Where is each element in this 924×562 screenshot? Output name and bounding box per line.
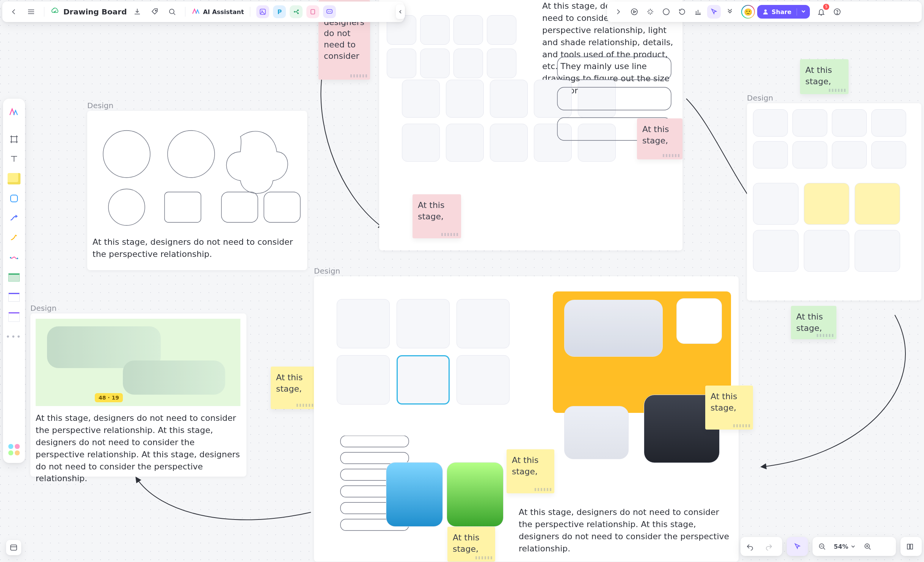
svg-point-3 (103, 131, 150, 178)
svg-point-5 (108, 189, 145, 225)
map-toggle-button[interactable] (900, 542, 919, 551)
notification-badge: 5 (823, 4, 829, 10)
chip-mindmap[interactable] (290, 5, 303, 18)
svg-rect-7 (221, 192, 258, 222)
cloud-sync-icon (50, 7, 60, 17)
text-block-tool[interactable] (6, 289, 22, 305)
present-button[interactable] (628, 5, 641, 19)
notifications-button[interactable]: 5 (814, 5, 828, 19)
sticky-note-yellow-bottom[interactable]: At this stage, (447, 527, 495, 562)
back-button[interactable] (7, 5, 20, 19)
apps-button[interactable] (6, 442, 22, 458)
zoom-value: 54% (834, 543, 848, 550)
sticky-note-yellow-right[interactable]: At this stage, (705, 386, 753, 430)
zoom-out-button[interactable] (813, 543, 831, 550)
sticky-note-pink-right[interactable]: At this stage, (637, 118, 682, 159)
help-button[interactable] (830, 5, 844, 19)
board-title[interactable]: Drawing Board (63, 7, 127, 16)
sticky-note-yellow-center[interactable]: At this stage, (507, 449, 554, 493)
left-toolbar: ••• (3, 99, 25, 463)
table-tool[interactable] (6, 269, 22, 285)
frame-design-2[interactable]: Design 48 · 19 At this stage, designers … (30, 313, 246, 477)
next-button[interactable] (612, 5, 625, 19)
ai-assistant-label: AI Assistant (203, 8, 244, 16)
frame-1-caption: At this stage, designers do not need to … (93, 236, 302, 260)
frame-4-label: Design (747, 93, 773, 102)
frame-2-caption: At this stage, designers do not need to … (36, 412, 241, 485)
redo-button[interactable] (759, 542, 778, 551)
connector-tool[interactable] (6, 210, 22, 226)
sparkle-button[interactable] (643, 5, 657, 19)
svg-point-18 (155, 10, 157, 11)
frame-2-label: Design (30, 304, 56, 313)
search-button[interactable] (165, 5, 179, 19)
svg-rect-26 (327, 9, 332, 13)
tag-badge: 48 · 19 (95, 393, 123, 402)
chart-button[interactable] (691, 5, 705, 19)
svg-rect-0 (557, 57, 671, 80)
svg-rect-31 (11, 195, 17, 202)
share-more-button[interactable] (797, 8, 810, 16)
sticky-note-green-2[interactable]: At this stage, (791, 306, 836, 339)
menu-button[interactable] (24, 5, 38, 19)
frame-design-3[interactable]: Design (314, 276, 739, 562)
svg-point-4 (168, 131, 215, 178)
chip-chat[interactable] (323, 5, 336, 18)
svg-rect-11 (36, 319, 240, 406)
cursor-mode-button[interactable] (787, 537, 808, 556)
download-button[interactable] (130, 5, 144, 19)
bottom-right-controls: 54% (740, 537, 922, 556)
svg-rect-6 (165, 192, 201, 222)
sticky-note-green-1[interactable]: At this stage, (800, 59, 849, 94)
sticky-tool[interactable] (6, 171, 22, 187)
svg-point-30 (837, 13, 838, 14)
svg-point-22 (294, 11, 295, 13)
ai-assistant-button[interactable]: AI Assistant (191, 8, 244, 16)
collapse-left-icon[interactable] (396, 5, 405, 19)
zoom-in-button[interactable] (858, 543, 877, 550)
pen-tool[interactable] (6, 230, 22, 246)
svg-rect-25 (311, 9, 315, 14)
circle-button[interactable] (659, 5, 673, 19)
undo-button[interactable] (740, 542, 759, 551)
avatar[interactable]: 🙂 (741, 5, 755, 19)
top-right-toolbar: 🙂 Share 5 (607, 2, 922, 22)
more-tools[interactable]: ••• (6, 329, 22, 345)
tag-button[interactable] (148, 5, 162, 19)
svg-rect-8 (264, 192, 300, 222)
draw-tool[interactable] (6, 250, 22, 266)
frame-3-caption: At this stage, designers do not need to … (519, 506, 731, 555)
frame-design-1[interactable]: Design At this stage, designers do not n… (87, 111, 307, 270)
frame-design-4[interactable]: Design (747, 103, 921, 301)
frame-1-label: Design (87, 101, 113, 110)
frame-3-label: Design (314, 266, 340, 275)
history-button[interactable] (675, 5, 689, 19)
svg-rect-1 (557, 87, 671, 110)
share-button[interactable]: Share (757, 5, 810, 19)
list-tool[interactable] (6, 309, 22, 325)
sticky-note-pink-left[interactable]: At this stage, (413, 194, 461, 238)
chip-image[interactable] (256, 5, 269, 18)
bottom-left-panel-button[interactable] (6, 540, 21, 555)
shape-tool[interactable] (6, 190, 22, 206)
chip-pink[interactable] (306, 5, 319, 18)
logo-icon[interactable] (6, 104, 22, 120)
svg-point-33 (17, 258, 18, 259)
svg-point-28 (663, 9, 669, 15)
top-toolbar: Drawing Board AI Assistant P (2, 2, 404, 22)
more-button[interactable] (723, 5, 737, 19)
cursor-button[interactable] (707, 5, 721, 19)
frame-tool[interactable] (6, 131, 22, 147)
svg-rect-34 (11, 545, 17, 550)
text-tool[interactable] (6, 151, 22, 167)
sticky-note-yellow-left[interactable]: At this stage, (271, 367, 316, 409)
zoom-select[interactable]: 54% (831, 543, 858, 550)
chip-p[interactable]: P (273, 5, 286, 18)
ai-logo-icon (191, 8, 200, 16)
svg-point-32 (10, 257, 11, 258)
svg-point-19 (169, 9, 174, 14)
share-label: Share (772, 8, 791, 16)
